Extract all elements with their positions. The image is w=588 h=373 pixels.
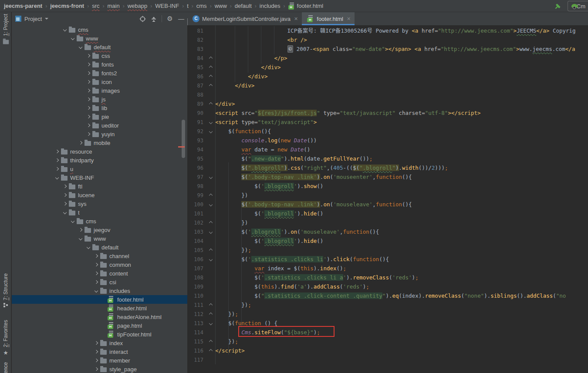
chevron-right-icon[interactable] (85, 61, 91, 67)
chevron-down-icon[interactable] (54, 175, 60, 181)
code-line[interactable]: 106 $('.statistics .clicks li').click(fu… (187, 255, 588, 264)
code-line[interactable]: 105 }); (187, 245, 588, 255)
stripe-item-persistence[interactable]: ence (0, 362, 11, 373)
tree-scrollbar-thumb[interactable] (182, 120, 185, 158)
code-line[interactable]: 81 ICP备案号: 赣ICP备13005266号 Powered by <a … (187, 26, 588, 35)
code-line[interactable]: 84 </p> (187, 54, 588, 63)
chevron-right-icon[interactable] (54, 148, 60, 155)
code-line[interactable]: 114 Cms.siteFlow("${base}"); (187, 328, 588, 337)
tree-row[interactable]: content (12, 269, 187, 278)
breadcrumb-item[interactable]: main (108, 3, 120, 9)
chevron-down-icon[interactable] (78, 235, 84, 242)
tree-row[interactable]: HtipFooter.html (12, 330, 187, 339)
chevron-right-icon[interactable] (93, 270, 99, 276)
code-line[interactable]: 116</script> (187, 346, 588, 355)
chevron-right-icon[interactable] (54, 166, 60, 172)
fold-marker[interactable] (209, 66, 215, 69)
tree-row[interactable]: common (12, 260, 187, 269)
code-line[interactable]: 102 }) (187, 218, 588, 227)
chevron-right-icon[interactable] (93, 279, 99, 285)
tree-row[interactable]: interact (12, 347, 187, 356)
tree-row[interactable]: Hheader.html (12, 304, 187, 313)
tree-row[interactable]: icon (12, 77, 187, 86)
tree-row[interactable]: WEB-INF (12, 173, 187, 182)
chevron-right-icon[interactable] (85, 131, 91, 137)
tree-row[interactable]: www (12, 234, 187, 243)
breadcrumb-item[interactable]: includes (260, 3, 280, 9)
chevron-right-icon[interactable] (93, 349, 99, 355)
tree-row[interactable]: default (12, 243, 187, 252)
close-icon[interactable]: ✕ (347, 16, 351, 22)
build-hammer-icon[interactable] (554, 2, 561, 10)
code-line[interactable]: 100 $('.body-top-nav .link').on('mousele… (187, 200, 588, 209)
breadcrumb-item[interactable]: jeecms-front (50, 3, 84, 9)
chevron-right-icon[interactable] (85, 70, 91, 76)
chevron-right-icon[interactable] (93, 366, 99, 372)
project-panel-title[interactable]: Project (24, 16, 42, 22)
fold-marker[interactable] (209, 75, 215, 78)
tree-row[interactable]: default (12, 43, 187, 51)
breadcrumb-item[interactable]: t (187, 3, 189, 9)
chevron-right-icon[interactable] (85, 96, 91, 102)
code-line[interactable]: 103 $('.blogroll').on('mouseleave',funct… (187, 227, 588, 236)
code-line[interactable]: 88 (187, 90, 588, 99)
chevron-right-icon[interactable] (93, 357, 99, 363)
fold-marker[interactable] (209, 322, 215, 325)
tree-row[interactable]: images (12, 86, 187, 95)
fold-marker[interactable] (209, 203, 215, 206)
breadcrumb-item[interactable]: WEB-INF (155, 3, 179, 9)
breadcrumb-item[interactable]: src (92, 3, 99, 9)
tree-row[interactable]: pie (12, 112, 187, 121)
chevron-right-icon[interactable] (85, 87, 91, 94)
tree-row[interactable]: Hfooter.html (12, 295, 187, 304)
tree-row[interactable]: cms (12, 217, 187, 225)
chevron-down-icon[interactable] (85, 244, 91, 250)
tree-row[interactable]: t (12, 208, 187, 217)
tree-row[interactable]: channel (12, 252, 187, 260)
chevron-down-icon[interactable] (45, 18, 48, 20)
fold-marker[interactable] (209, 249, 215, 252)
tree-row[interactable]: ueditor (12, 121, 187, 130)
tree-row[interactable]: css (12, 51, 187, 60)
fold-marker[interactable] (209, 103, 215, 105)
code-line[interactable]: 96 $(".blogroll").css("right",(405-(($("… (187, 163, 588, 172)
code-line[interactable]: 115 }); (187, 337, 588, 346)
code-line[interactable]: 113 $(function () { (187, 319, 588, 328)
fold-marker[interactable] (209, 231, 215, 233)
fold-marker[interactable] (209, 121, 215, 124)
code-line[interactable]: 110 $(".statistics .click-content .quant… (187, 291, 588, 300)
fold-marker[interactable] (209, 258, 215, 261)
chevron-down-icon[interactable] (93, 288, 99, 294)
fold-marker[interactable] (209, 130, 215, 133)
fold-marker[interactable] (209, 349, 215, 352)
tree-row[interactable]: jeegov (12, 225, 187, 234)
tree-row[interactable]: u (12, 165, 187, 173)
code-line[interactable]: 111 }); (187, 300, 588, 309)
chevron-right-icon[interactable] (85, 105, 91, 111)
chevron-right-icon[interactable] (93, 262, 99, 268)
tree-row[interactable]: Hpage.html (12, 321, 187, 330)
chevron-down-icon[interactable] (70, 35, 76, 41)
fold-marker[interactable] (209, 313, 215, 316)
tree-row[interactable]: cms (12, 25, 187, 34)
tree-row[interactable]: member (12, 356, 187, 365)
code-line[interactable]: 83 © 2007-<span class="new-date"></span>… (187, 44, 588, 54)
code-line[interactable]: 99 }) (187, 191, 588, 200)
fold-marker[interactable] (209, 340, 215, 343)
code-line[interactable]: 85 </div> (187, 63, 588, 72)
tree-row[interactable]: index (12, 339, 187, 347)
code-line[interactable]: 98 $('.blogroll').show() (187, 181, 588, 191)
code-line[interactable]: 94 var date = new Date() (187, 145, 588, 154)
chevron-right-icon[interactable] (85, 114, 91, 120)
chevron-right-icon[interactable] (62, 201, 68, 207)
code-line[interactable]: 97 $('.body-top-nav .link').on('mouseent… (187, 172, 588, 181)
collapse-all-icon[interactable] (150, 15, 157, 22)
code-line[interactable]: 117 (187, 355, 588, 364)
tree-row[interactable]: fonts (12, 60, 187, 69)
fold-marker[interactable] (209, 57, 215, 60)
tree-row[interactable]: www (12, 34, 187, 43)
tree-row[interactable]: fonts2 (12, 69, 187, 77)
code-line[interactable]: 82 <br /> (187, 35, 588, 44)
run-configuration-selector[interactable]: Cm (568, 1, 588, 11)
chevron-right-icon[interactable] (54, 157, 60, 163)
